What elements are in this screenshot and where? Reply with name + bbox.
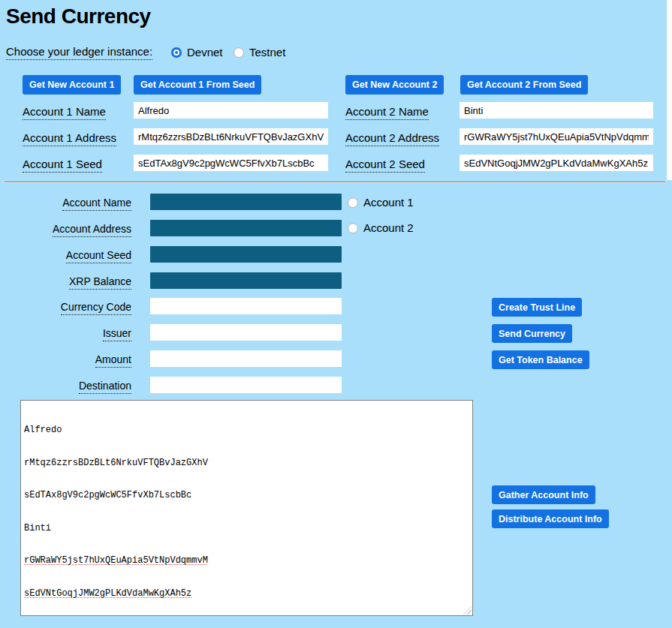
radio-testnet-control[interactable] [234, 47, 244, 58]
results-line: sEdTAx8gV9c2pgWcWC5FfvXb7LscbBc [24, 490, 469, 501]
page-scrollbar-thumb[interactable] [667, 0, 672, 180]
account-seed-display[interactable] [150, 246, 342, 263]
account-1-name-label: Account 1 Name [23, 105, 106, 120]
gather-account-info-button[interactable]: Gather Account Info [492, 485, 595, 504]
account-2-name-label: Account 2 Name [345, 105, 429, 120]
amount-input[interactable] [150, 350, 342, 367]
account-2-address-label: Account 2 Address [345, 131, 439, 146]
radio-devnet[interactable]: Devnet [171, 46, 223, 59]
results-line: rMtqz6zzrsBDzBLt6NrkuVFTQBvJazGXhV [24, 458, 469, 469]
destination-label: Destination [0, 379, 131, 394]
radio-account-2-label: Account 2 [363, 221, 414, 234]
ledger-instance-label: Choose your ledger instance: [6, 45, 152, 60]
radio-account-1-label: Account 1 [363, 196, 414, 209]
radio-account-1-control[interactable] [348, 197, 358, 208]
section-divider [5, 182, 665, 183]
xrp-balance-display[interactable] [150, 272, 342, 289]
radio-account-1[interactable]: Account 1 [348, 196, 414, 209]
account-name-display[interactable] [150, 194, 342, 210]
account-name-label: Account Name [0, 196, 131, 211]
account-2-address-input[interactable] [460, 128, 653, 145]
account-1-seed-input[interactable] [134, 155, 328, 171]
get-account-1-from-seed-button[interactable]: Get Account 1 From Seed [134, 75, 261, 95]
radio-testnet[interactable]: Testnet [234, 46, 285, 59]
distribute-account-info-button[interactable]: Distribute Account Info [492, 509, 609, 528]
account-1-name-input[interactable] [134, 102, 328, 119]
account-address-display[interactable] [150, 220, 342, 236]
results-line: Binti [24, 523, 469, 534]
radio-devnet-control[interactable] [171, 47, 182, 58]
account-1-address-input[interactable] [134, 128, 328, 145]
account-2-name-input[interactable] [460, 102, 653, 119]
currency-code-label: Currency Code [0, 300, 131, 315]
page-title: Send Currency [6, 5, 151, 29]
textarea-resize-handle[interactable] [463, 606, 472, 614]
currency-code-input[interactable] [150, 298, 342, 314]
account-seed-label: Account Seed [0, 248, 131, 263]
account-2-seed-label: Account 2 Seed [345, 158, 425, 173]
radio-account-2-control[interactable] [348, 223, 358, 233]
radio-testnet-label: Testnet [249, 46, 285, 59]
issuer-label: Issuer [0, 326, 131, 341]
xrp-balance-label: XRP Balance [0, 275, 131, 290]
account-address-label: Account Address [0, 222, 131, 237]
results-line: Alfredo [24, 425, 469, 436]
results-textarea[interactable]: Alfredo rMtqz6zzrsBDzBLt6NrkuVFTQBvJazGX… [20, 400, 473, 616]
results-line: sEdVNtGoqjJMW2gPLKdVdaMwKgXAh5z [24, 588, 469, 599]
issuer-input[interactable] [150, 324, 342, 341]
account-1-address-label: Account 1 Address [23, 131, 116, 146]
create-trust-line-button[interactable]: Create Trust Line [492, 298, 582, 317]
account-2-seed-input[interactable] [460, 155, 653, 171]
send-currency-button[interactable]: Send Currency [492, 324, 572, 343]
radio-devnet-label: Devnet [187, 46, 223, 59]
get-account-2-from-seed-button[interactable]: Get Account 2 From Seed [460, 75, 588, 95]
send-currency-page: Send Currency Choose your ledger instanc… [0, 0, 672, 628]
results-line: rGWRaWY5jst7hUxQEuApia5VtNpVdqmmvM [24, 555, 469, 566]
account-1-seed-label: Account 1 Seed [23, 158, 102, 173]
get-new-account-2-button[interactable]: Get New Account 2 [345, 75, 444, 95]
get-new-account-1-button[interactable]: Get New Account 1 [23, 75, 121, 95]
destination-input[interactable] [150, 377, 342, 393]
amount-label: Amount [0, 353, 131, 368]
get-token-balance-button[interactable]: Get Token Balance [492, 350, 589, 369]
radio-account-2[interactable]: Account 2 [348, 221, 414, 234]
